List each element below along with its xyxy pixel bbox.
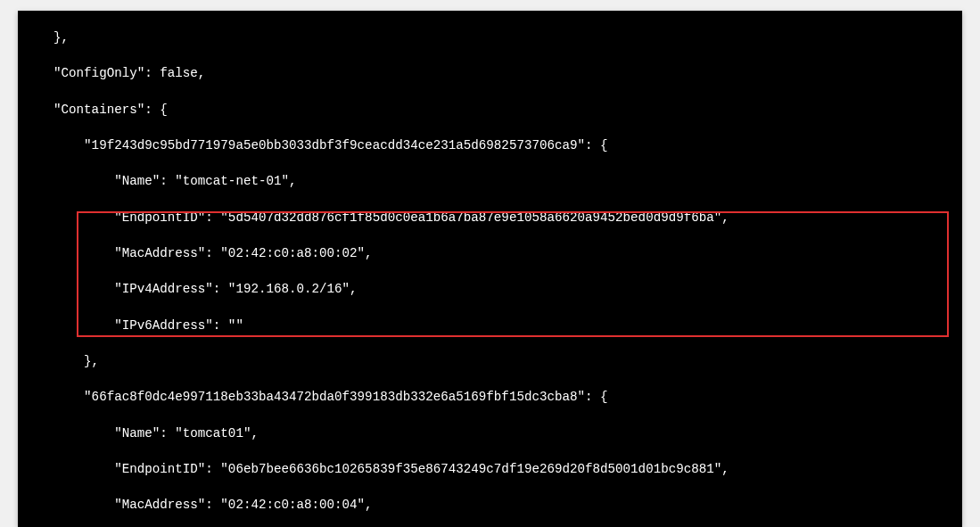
page-frame: }, "ConfigOnly": false, "Containers": { … [0, 0, 980, 527]
code-line: }, [23, 29, 962, 46]
code-line: "Name": "tomcat-net-01", [23, 172, 962, 190]
code-line: "MacAddress": "02:42:c0:a8:00:02", [23, 244, 962, 262]
code-line: }, [23, 352, 962, 370]
code-line: "Name": "tomcat01", [23, 424, 962, 442]
code-line: "66fac8f0dc4e997118eb33ba43472bda0f39918… [23, 388, 962, 406]
code-line: "ConfigOnly": false, [23, 64, 962, 82]
code-line: "19f243d9c95bd771979a5e0bb3033dbf3f9ceac… [23, 136, 962, 154]
code-line: "Containers": { [23, 101, 962, 119]
code-line: "EndpointID": "5d5407d32dd876cf1f85d0c0e… [23, 209, 962, 226]
code-line: "IPv6Address": "" [23, 317, 962, 334]
terminal-window[interactable]: }, "ConfigOnly": false, "Containers": { … [18, 11, 962, 527]
code-line: "MacAddress": "02:42:c0:a8:00:04", [23, 496, 962, 514]
code-line: "EndpointID": "06eb7bee6636bc10265839f35… [23, 460, 962, 478]
code-line: "IPv4Address": "192.168.0.2/16", [23, 280, 962, 298]
